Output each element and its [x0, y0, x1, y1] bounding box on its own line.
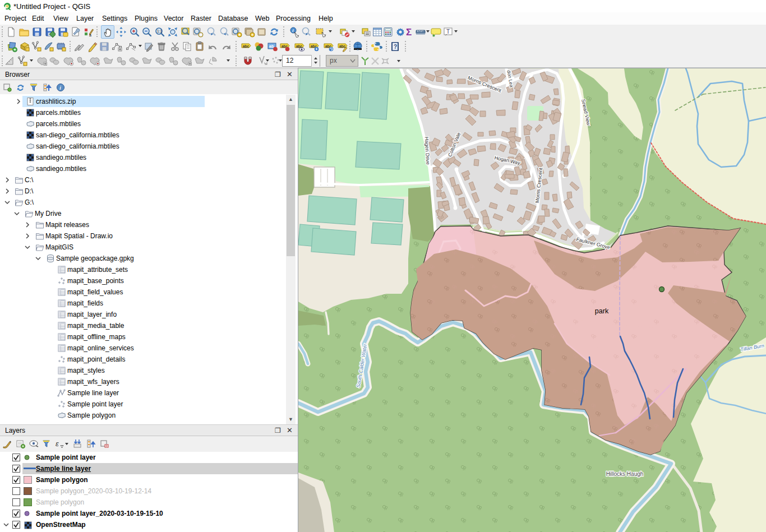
- svg-text:Hillocks Haugh: Hillocks Haugh: [606, 471, 644, 477]
- svg-text:abc: abc: [339, 44, 346, 48]
- svg-text:abc: abc: [296, 44, 303, 48]
- svg-text:T: T: [446, 29, 450, 35]
- svg-text:ab: ab: [269, 44, 274, 48]
- svg-text:a: a: [89, 33, 91, 37]
- svg-text:1:1: 1:1: [157, 29, 162, 33]
- svg-text:Σ: Σ: [406, 27, 412, 38]
- svg-text:park: park: [595, 307, 609, 315]
- svg-text:?: ?: [394, 44, 397, 50]
- svg-text:abc: abc: [243, 44, 250, 48]
- svg-text:ε: ε: [56, 440, 59, 448]
